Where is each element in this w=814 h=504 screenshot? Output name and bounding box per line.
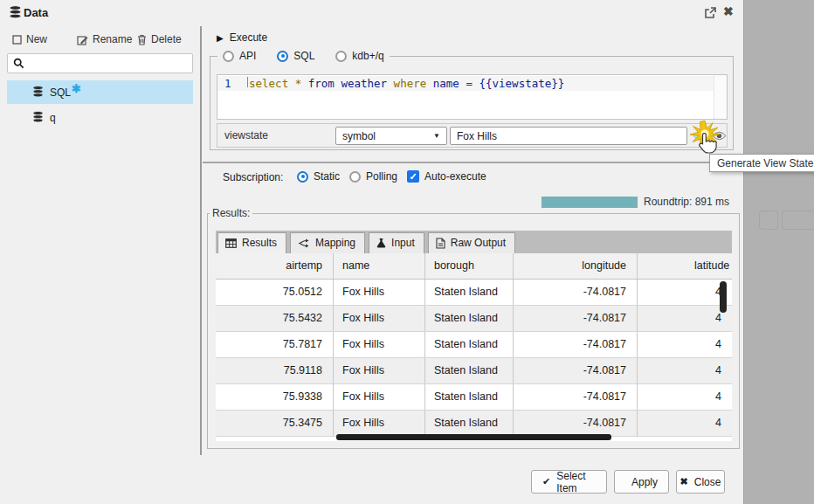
close-x-icon: ✖ xyxy=(680,476,688,487)
table-row[interactable]: 75.9118Fox HillsStaten Island-74.08174 xyxy=(216,358,732,384)
sql-code-editor[interactable]: 1 select * from weather where name = {{v… xyxy=(217,74,728,120)
radio-icon xyxy=(335,51,347,62)
line-number: 1 xyxy=(224,77,231,90)
roundtrip-text: Roundtrip: 891 ms xyxy=(644,196,729,208)
execute-button[interactable]: ▶ Execute xyxy=(217,31,267,44)
section-divider xyxy=(203,162,744,163)
chevron-down-icon: ▼ xyxy=(433,132,440,140)
table-row[interactable]: 75.5432Fox HillsStaten Island-74.08174 xyxy=(216,306,732,332)
trash-icon xyxy=(137,34,147,45)
horizontal-scrollbar-thumb[interactable] xyxy=(336,434,611,440)
column-header[interactable]: longitude xyxy=(514,253,638,279)
modified-star-icon: ✱ xyxy=(72,82,81,95)
table-row[interactable]: 75.7817Fox HillsStaten Island-74.08174 xyxy=(216,332,732,358)
text-caret xyxy=(247,77,248,87)
database-icon xyxy=(8,4,23,23)
viewstate-label: viewstate xyxy=(224,129,268,142)
radio-kdbq[interactable]: kdb+/q xyxy=(335,50,383,62)
check-icon: ✔ xyxy=(542,476,550,487)
tab-raw-output[interactable]: Raw Output xyxy=(428,232,515,253)
dialog-title: Data xyxy=(24,6,48,19)
background-panel xyxy=(759,211,778,230)
tooltip: Generate View State xyxy=(709,154,814,172)
checkbox-check-icon: ✓ xyxy=(407,170,419,183)
code-line: select * from weather where name = {{vie… xyxy=(247,77,564,90)
close-icon[interactable]: ✖ xyxy=(723,4,734,18)
viewstate-type-select[interactable]: symbol ▼ xyxy=(335,127,447,145)
data-editor-dialog: Data ✖ New Rename Delete SQL ✱ q ▶ Execu… xyxy=(0,0,744,504)
sidebar-item-label: SQL xyxy=(50,86,71,99)
close-button[interactable]: ✖ Close xyxy=(676,470,725,494)
rename-button[interactable]: Rename xyxy=(77,32,132,46)
sidebar-item-q[interactable]: q xyxy=(7,106,193,129)
radio-icon xyxy=(223,51,234,62)
radio-polling[interactable]: Polling xyxy=(349,170,397,183)
results-fieldset: Results: Results Mapping Input Raw Outpu… xyxy=(207,213,740,449)
popout-icon[interactable] xyxy=(704,7,716,23)
subscription-label: Subscription: xyxy=(223,171,283,183)
database-icon xyxy=(31,110,45,126)
new-button[interactable]: New xyxy=(12,32,47,46)
input-flask-icon xyxy=(376,238,386,248)
radio-static[interactable]: Static xyxy=(297,170,340,183)
tab-input[interactable]: Input xyxy=(369,232,424,253)
column-header[interactable]: latitude xyxy=(638,253,732,279)
progress-bar xyxy=(542,197,638,208)
auto-execute-checkbox[interactable]: ✓Auto-execute xyxy=(407,170,486,183)
apply-button[interactable]: Apply xyxy=(614,470,669,494)
database-icon xyxy=(31,85,45,100)
select-item-button[interactable]: ✔ Select Item xyxy=(531,470,607,494)
results-legend: Results: xyxy=(210,207,252,219)
viewstate-value-input[interactable] xyxy=(450,127,687,145)
pencil-icon xyxy=(77,34,88,45)
radio-icon xyxy=(297,171,308,183)
search-input[interactable] xyxy=(7,53,193,73)
table-row[interactable]: 75.9338Fox HillsStaten Island-74.08174 xyxy=(216,384,732,411)
background-panel xyxy=(782,211,814,230)
sidebar-item-sql[interactable]: SQL ✱ xyxy=(7,80,193,104)
column-header[interactable]: borough xyxy=(425,253,514,279)
radio-icon xyxy=(277,51,288,62)
viewstate-row: viewstate symbol ▼ xyxy=(217,123,728,148)
vertical-scrollbar-thumb[interactable] xyxy=(720,281,727,313)
raw-output-icon xyxy=(436,238,445,249)
tab-results[interactable]: Results xyxy=(217,232,286,253)
mapping-icon xyxy=(298,238,310,248)
radio-icon xyxy=(349,171,361,183)
editor-scrollbar[interactable] xyxy=(714,75,727,119)
table-row[interactable]: 75.0512Fox HillsStaten Island-74.08174 xyxy=(216,280,732,306)
table-header-row: airtemp name borough longitude latitude xyxy=(216,253,732,280)
new-file-icon xyxy=(12,35,22,45)
table-icon xyxy=(225,238,237,248)
results-tabstrip: Results Mapping Input Raw Output xyxy=(216,231,732,253)
radio-api[interactable]: API xyxy=(223,50,256,62)
sidebar-item-label: q xyxy=(50,112,56,124)
query-type-group: API SQL kdb+/q xyxy=(217,50,390,62)
search-icon xyxy=(13,58,24,69)
radio-sql[interactable]: SQL xyxy=(277,50,314,62)
play-icon: ▶ xyxy=(217,33,224,43)
delete-button[interactable]: Delete xyxy=(137,32,182,46)
column-header[interactable]: airtemp xyxy=(216,253,334,279)
table-row[interactable]: 75.3475Fox HillsStaten Island-74.08174 xyxy=(216,411,732,437)
results-table: airtemp name borough longitude latitude … xyxy=(216,253,732,441)
panel-divider xyxy=(200,26,202,455)
tab-mapping[interactable]: Mapping xyxy=(290,232,365,253)
column-header[interactable]: name xyxy=(334,253,425,279)
